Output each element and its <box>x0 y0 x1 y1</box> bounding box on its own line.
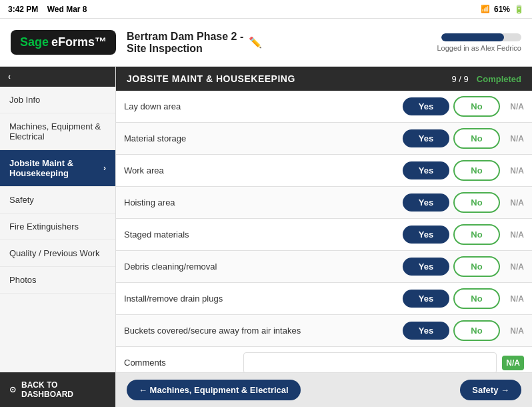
na-btn-1[interactable]: N/A <box>504 134 524 143</box>
no-btn-1[interactable]: No <box>453 128 500 149</box>
row-actions-1: Yes No N/A <box>403 128 524 149</box>
table-row: Buckets covered/secure away from air int… <box>116 315 532 347</box>
no-btn-7[interactable]: No <box>453 320 500 341</box>
arrow-right-icon: › <box>103 163 106 173</box>
project-title-line1: Bertram Dam Phase 2 - <box>127 31 243 42</box>
sidebar-item-label: Quality / Previous Work <box>9 248 100 258</box>
no-btn-6[interactable]: No <box>453 288 500 309</box>
comments-label: Comments <box>124 358 243 368</box>
sidebar-item-label: Fire Extinguishers <box>9 222 79 232</box>
row-label-7: Buckets covered/secure away from air int… <box>124 319 403 342</box>
sidebar-item-label: Jobsite Maint & Housekeeping <box>9 158 103 178</box>
row-label-1: Material storage <box>124 127 403 150</box>
comments-row: Comments N/A <box>116 347 532 372</box>
back-to-dashboard-btn[interactable]: ⊙ BACK TO DASHBOARD <box>0 372 115 407</box>
header-right: Logged in as Alex Fedrico <box>437 33 521 52</box>
section-title: JOBSITE MAINT & HOUSEKEEPING <box>127 73 295 84</box>
row-label-6: Install/remove drain plugs <box>124 287 403 310</box>
table-row: Hoisting area Yes No N/A <box>116 187 532 219</box>
edit-icon[interactable]: ✏️ <box>249 36 262 49</box>
status-bar: 3:42 PM Wed Mar 8 📶 61% 🔋 <box>0 0 532 19</box>
sidebar-collapse-btn[interactable]: ‹ <box>0 67 115 87</box>
yes-btn-3[interactable]: Yes <box>403 193 449 212</box>
app-header: Sage eForms™ Bertram Dam Phase 2 - Site … <box>0 19 532 67</box>
section-header: JOBSITE MAINT & HOUSEKEEPING 9 / 9 Compl… <box>116 67 532 91</box>
row-actions-7: Yes No N/A <box>403 320 524 341</box>
status-right: 📶 61% 🔋 <box>481 5 524 14</box>
circle-icon: ⊙ <box>9 385 16 394</box>
yes-btn-1[interactable]: Yes <box>403 129 449 147</box>
yes-btn-2[interactable]: Yes <box>403 161 449 179</box>
sidebar-item-quality[interactable]: Quality / Previous Work <box>0 240 115 267</box>
logo-sage-text: Sage <box>20 35 49 49</box>
prev-section-btn[interactable]: ← Machines, Equipment & Electrical <box>127 380 301 400</box>
no-btn-0[interactable]: No <box>453 96 500 117</box>
project-title-line2: Site Inspection <box>127 43 203 54</box>
no-btn-2[interactable]: No <box>453 160 500 181</box>
row-label-3: Hoisting area <box>124 191 403 214</box>
no-btn-3[interactable]: No <box>453 192 500 213</box>
row-actions-2: Yes No N/A <box>403 160 524 181</box>
sidebar-items: Job Info Machines, Equipment & Electrica… <box>0 87 115 372</box>
table-row: Install/remove drain plugs Yes No N/A <box>116 283 532 315</box>
row-actions-4: Yes No N/A <box>403 224 524 245</box>
na-btn-3[interactable]: N/A <box>504 198 524 208</box>
table-row: Lay down area Yes No N/A <box>116 91 532 123</box>
progress-bar-fill <box>441 33 504 41</box>
table-row: Material storage Yes No N/A <box>116 123 532 155</box>
row-label-5: Debris cleaning/removal <box>124 255 403 278</box>
comments-input[interactable] <box>243 352 497 373</box>
row-label-4: Staged materials <box>124 223 403 246</box>
project-title: Bertram Dam Phase 2 - Site Inspection ✏️ <box>127 31 426 55</box>
yes-btn-4[interactable]: Yes <box>403 226 449 244</box>
na-btn-0[interactable]: N/A <box>504 102 524 111</box>
sidebar-item-photos[interactable]: Photos <box>0 267 115 294</box>
footer-nav: ← Machines, Equipment & Electrical Safet… <box>116 372 532 407</box>
na-btn-4[interactable]: N/A <box>504 230 524 240</box>
yes-btn-7[interactable]: Yes <box>403 322 449 340</box>
wifi-icon: 📶 <box>481 5 490 13</box>
row-label-0: Lay down area <box>124 95 403 118</box>
sidebar: ‹ Job Info Machines, Equipment & Electri… <box>0 67 116 407</box>
battery-icon: 🔋 <box>514 5 524 14</box>
sidebar-item-label: Safety <box>9 195 34 205</box>
logo-eforms-text: eForms™ <box>51 35 107 49</box>
main-layout: ‹ Job Info Machines, Equipment & Electri… <box>0 67 532 407</box>
sidebar-item-extinguishers[interactable]: Fire Extinguishers <box>0 214 115 240</box>
na-btn-2[interactable]: N/A <box>504 166 524 175</box>
row-actions-6: Yes No N/A <box>403 288 524 309</box>
yes-btn-6[interactable]: Yes <box>403 290 449 308</box>
na-btn-5[interactable]: N/A <box>504 262 524 272</box>
sidebar-item-label: Photos <box>9 275 36 285</box>
completed-label: Completed <box>477 74 521 84</box>
sidebar-item-job-info[interactable]: Job Info <box>0 87 115 113</box>
status-time-date: 3:42 PM Wed Mar 8 <box>8 5 87 14</box>
battery-level: 61% <box>494 5 510 14</box>
no-btn-5[interactable]: No <box>453 256 500 277</box>
status-date: Wed Mar 8 <box>47 5 87 14</box>
inspection-table: Lay down area Yes No N/A Material storag… <box>116 91 532 372</box>
logged-in-text: Logged in as Alex Fedrico <box>437 44 521 52</box>
table-row: Work area Yes No N/A <box>116 155 532 187</box>
chevron-left-icon: ‹ <box>8 72 11 81</box>
no-btn-4[interactable]: No <box>453 224 500 245</box>
main-content: JOBSITE MAINT & HOUSEKEEPING 9 / 9 Compl… <box>116 67 532 407</box>
next-section-btn[interactable]: Safety → <box>460 380 521 400</box>
sidebar-item-safety[interactable]: Safety <box>0 187 115 214</box>
status-time: 3:42 PM <box>8 5 38 14</box>
progress-count: 9 / 9 <box>452 74 469 84</box>
na-btn-7[interactable]: N/A <box>504 326 524 336</box>
progress-bar-container <box>441 33 521 41</box>
na-btn-6[interactable]: N/A <box>504 294 524 304</box>
sidebar-item-jobsite[interactable]: Jobsite Maint & Housekeeping › <box>0 150 115 187</box>
table-row: Staged materials Yes No N/A <box>116 219 532 251</box>
table-row: Debris cleaning/removal Yes No N/A <box>116 251 532 283</box>
row-label-2: Work area <box>124 159 403 182</box>
project-title-block: Bertram Dam Phase 2 - Site Inspection ✏️ <box>127 31 426 55</box>
yes-btn-0[interactable]: Yes <box>403 97 449 115</box>
yes-btn-5[interactable]: Yes <box>403 258 449 276</box>
sidebar-item-label: Machines, Equipment & Electrical <box>9 121 106 141</box>
sidebar-item-machines[interactable]: Machines, Equipment & Electrical <box>0 113 115 150</box>
app-logo: Sage eForms™ <box>11 30 116 55</box>
comments-na-btn[interactable]: N/A <box>502 356 524 370</box>
